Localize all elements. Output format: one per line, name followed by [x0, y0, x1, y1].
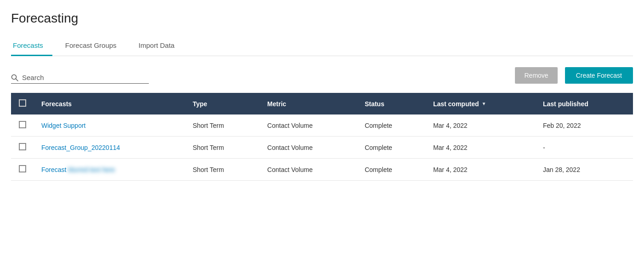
- row-1-name[interactable]: Widget Support: [34, 114, 185, 137]
- table-header: Forecasts Type Metric Status Last comput…: [11, 93, 633, 114]
- row-3-checkbox[interactable]: [19, 165, 26, 172]
- row-3-select[interactable]: [11, 159, 34, 181]
- sort-desc-icon: ▼: [481, 101, 486, 106]
- col-header-metric: Metric: [260, 93, 357, 114]
- row-3-name[interactable]: Forecast blurred text here: [34, 159, 185, 181]
- table-body: Widget Support Short Term Contact Volume…: [11, 114, 633, 181]
- main-container: Forecasting Forecasts Forecast Groups Im…: [0, 0, 644, 269]
- col-header-last-published: Last published: [536, 93, 633, 114]
- row-2-last-computed: Mar 4, 2022: [426, 137, 536, 159]
- table-row: Forecast_Group_20220114 Short Term Conta…: [11, 137, 633, 159]
- col-header-last-computed[interactable]: Last computed ▼: [426, 93, 536, 114]
- header-checkbox[interactable]: [19, 99, 26, 107]
- row-2-metric: Contact Volume: [260, 137, 357, 159]
- row-3-status: Complete: [357, 159, 426, 181]
- row-3-name-blurred: blurred text here: [68, 166, 115, 173]
- col-header-select[interactable]: [11, 93, 34, 114]
- tab-import-data[interactable]: Import Data: [137, 37, 184, 56]
- page-title: Forecasting: [11, 11, 633, 26]
- col-header-type: Type: [185, 93, 260, 114]
- search-wrapper: [11, 74, 149, 84]
- row-3-last-published: Jan 28, 2022: [536, 159, 633, 181]
- svg-line-1: [16, 79, 18, 81]
- row-2-checkbox[interactable]: [19, 143, 26, 150]
- row-1-select[interactable]: [11, 114, 34, 137]
- row-2-type: Short Term: [185, 137, 260, 159]
- row-2-last-published: -: [536, 137, 633, 159]
- table-row: Forecast blurred text here Short Term Co…: [11, 159, 633, 181]
- search-input[interactable]: [22, 74, 149, 81]
- row-1-metric: Contact Volume: [260, 114, 357, 137]
- tab-forecasts[interactable]: Forecasts: [11, 37, 52, 56]
- row-2-status: Complete: [357, 137, 426, 159]
- remove-button[interactable]: Remove: [515, 67, 557, 84]
- col-header-status: Status: [357, 93, 426, 114]
- toolbar: Remove Create Forecast: [11, 67, 633, 84]
- search-icon: [11, 74, 18, 81]
- row-2-name[interactable]: Forecast_Group_20220114: [34, 137, 185, 159]
- row-2-select[interactable]: [11, 137, 34, 159]
- row-1-last-computed: Mar 4, 2022: [426, 114, 536, 137]
- row-1-last-published: Feb 20, 2022: [536, 114, 633, 137]
- create-forecast-button[interactable]: Create Forecast: [565, 67, 633, 84]
- tab-bar: Forecasts Forecast Groups Import Data: [11, 37, 633, 56]
- row-3-last-computed: Mar 4, 2022: [426, 159, 536, 181]
- row-3-type: Short Term: [185, 159, 260, 181]
- row-1-type: Short Term: [185, 114, 260, 137]
- col-header-forecasts: Forecasts: [34, 93, 185, 114]
- forecasts-table: Forecasts Type Metric Status Last comput…: [11, 93, 633, 181]
- tab-forecast-groups[interactable]: Forecast Groups: [63, 37, 126, 56]
- row-1-status: Complete: [357, 114, 426, 137]
- table-row: Widget Support Short Term Contact Volume…: [11, 114, 633, 137]
- row-3-metric: Contact Volume: [260, 159, 357, 181]
- row-1-checkbox[interactable]: [19, 121, 26, 128]
